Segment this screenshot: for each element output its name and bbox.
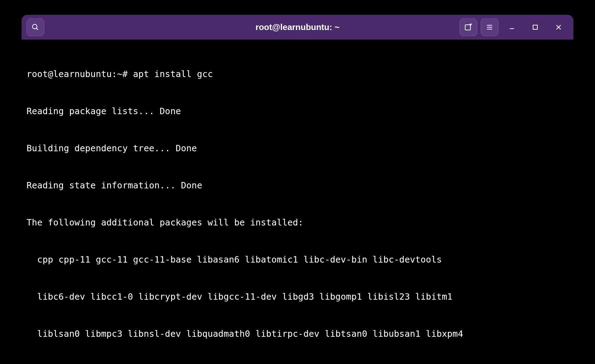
search-icon xyxy=(31,23,39,31)
svg-rect-2 xyxy=(465,25,470,30)
output-line: The following additional packages will b… xyxy=(27,216,568,229)
new-tab-icon xyxy=(464,23,473,31)
minimize-button[interactable] xyxy=(502,18,522,36)
output-line: liblsan0 libmpc3 libnsl-dev libquadmath0… xyxy=(27,328,568,340)
terminal-output[interactable]: root@learnubuntu:~# apt install gcc Read… xyxy=(22,40,573,349)
menu-button[interactable] xyxy=(481,18,498,36)
output-line: cpp cpp-11 gcc-11 gcc-11-base libasan6 l… xyxy=(27,253,568,266)
minimize-icon xyxy=(509,24,515,30)
terminal-window: root@learnubuntu: ~ xyxy=(22,15,573,349)
titlebar: root@learnubuntu: ~ xyxy=(22,15,573,40)
svg-line-1 xyxy=(36,28,38,30)
prompt: root@learnubuntu:~# xyxy=(27,69,133,79)
close-icon xyxy=(555,24,562,30)
close-button[interactable] xyxy=(549,18,568,36)
maximize-button[interactable] xyxy=(525,18,545,36)
maximize-icon xyxy=(532,24,538,30)
search-button[interactable] xyxy=(27,18,44,36)
output-line: Building dependency tree... Done xyxy=(27,142,568,154)
window-title: root@learnubuntu: ~ xyxy=(255,22,339,32)
output-line: libc6-dev libcc1-0 libcrypt-dev libgcc-1… xyxy=(27,290,568,303)
output-line: Reading package lists... Done xyxy=(27,105,568,117)
svg-point-0 xyxy=(33,24,37,29)
command: apt install gcc xyxy=(133,69,213,79)
hamburger-icon xyxy=(486,23,493,31)
prompt-line: root@learnubuntu:~# apt install gcc xyxy=(27,68,568,80)
new-tab-button[interactable] xyxy=(460,18,477,36)
output-line: Reading state information... Done xyxy=(27,179,568,192)
titlebar-controls xyxy=(460,18,568,36)
svg-rect-9 xyxy=(533,25,537,29)
